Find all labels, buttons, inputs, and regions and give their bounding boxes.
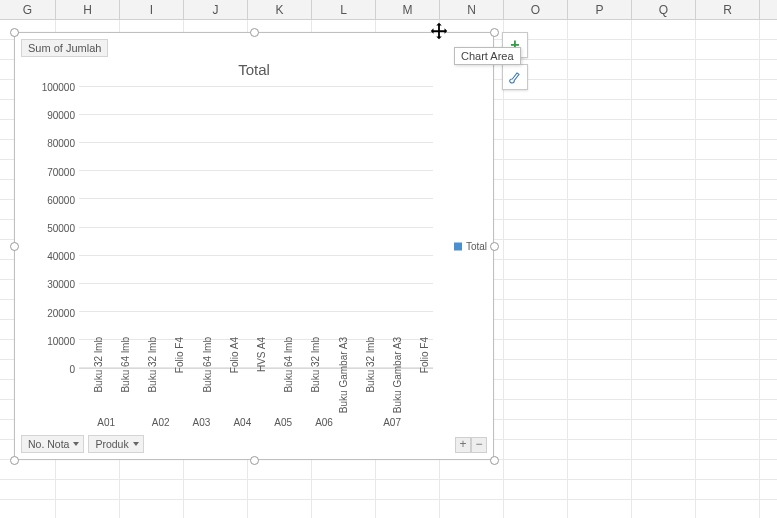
- cell[interactable]: [504, 100, 568, 119]
- cell[interactable]: [568, 340, 632, 359]
- filter-no-nota[interactable]: No. Nota: [21, 435, 84, 453]
- cell[interactable]: [696, 100, 760, 119]
- column-header[interactable]: L: [312, 0, 376, 19]
- cell[interactable]: [312, 500, 376, 518]
- cell[interactable]: [632, 40, 696, 59]
- cell[interactable]: [504, 420, 568, 439]
- cell[interactable]: [504, 400, 568, 419]
- cell[interactable]: [568, 500, 632, 518]
- cell[interactable]: [504, 200, 568, 219]
- values-field-badge[interactable]: Sum of Jumlah: [21, 39, 108, 57]
- chart-styles-button[interactable]: [502, 64, 528, 90]
- cell[interactable]: [184, 460, 248, 479]
- column-header[interactable]: H: [56, 0, 120, 19]
- cell[interactable]: [568, 80, 632, 99]
- cell[interactable]: [632, 300, 696, 319]
- cell[interactable]: [632, 100, 696, 119]
- resize-handle[interactable]: [10, 242, 19, 251]
- cell[interactable]: [312, 480, 376, 499]
- cell[interactable]: [568, 180, 632, 199]
- cell[interactable]: [696, 420, 760, 439]
- cell[interactable]: [696, 280, 760, 299]
- cell[interactable]: [56, 500, 120, 518]
- cell[interactable]: [696, 120, 760, 139]
- cell[interactable]: [632, 320, 696, 339]
- cell[interactable]: [632, 20, 696, 39]
- cell[interactable]: [696, 380, 760, 399]
- cell[interactable]: [0, 460, 56, 479]
- cell[interactable]: [0, 480, 56, 499]
- cell[interactable]: [504, 220, 568, 239]
- cell[interactable]: [632, 360, 696, 379]
- cell[interactable]: [504, 360, 568, 379]
- cell[interactable]: [568, 460, 632, 479]
- cell[interactable]: [632, 280, 696, 299]
- cell[interactable]: [696, 80, 760, 99]
- cell[interactable]: [696, 140, 760, 159]
- cell[interactable]: [568, 280, 632, 299]
- cell[interactable]: [312, 460, 376, 479]
- cell[interactable]: [120, 500, 184, 518]
- cell[interactable]: [504, 320, 568, 339]
- cell[interactable]: [696, 240, 760, 259]
- cell[interactable]: [120, 480, 184, 499]
- cell[interactable]: [440, 480, 504, 499]
- cell[interactable]: [504, 180, 568, 199]
- cell[interactable]: [504, 340, 568, 359]
- column-header[interactable]: Q: [632, 0, 696, 19]
- resize-handle[interactable]: [250, 456, 259, 465]
- cell[interactable]: [696, 180, 760, 199]
- cell[interactable]: [568, 60, 632, 79]
- cell[interactable]: [504, 460, 568, 479]
- cell[interactable]: [696, 480, 760, 499]
- cell[interactable]: [696, 360, 760, 379]
- cell[interactable]: [568, 440, 632, 459]
- cell[interactable]: [568, 220, 632, 239]
- resize-handle[interactable]: [10, 28, 19, 37]
- cell[interactable]: [696, 460, 760, 479]
- cell[interactable]: [504, 260, 568, 279]
- resize-handle[interactable]: [490, 242, 499, 251]
- cell[interactable]: [632, 80, 696, 99]
- cell[interactable]: [504, 500, 568, 518]
- cell[interactable]: [120, 460, 184, 479]
- cell[interactable]: [568, 120, 632, 139]
- cell[interactable]: [632, 440, 696, 459]
- cell[interactable]: [504, 440, 568, 459]
- column-header[interactable]: P: [568, 0, 632, 19]
- cell[interactable]: [696, 40, 760, 59]
- cell[interactable]: [0, 500, 56, 518]
- collapse-button[interactable]: −: [471, 437, 487, 453]
- expand-button[interactable]: +: [455, 437, 471, 453]
- cell[interactable]: [632, 60, 696, 79]
- cell[interactable]: [696, 20, 760, 39]
- cell[interactable]: [568, 480, 632, 499]
- column-header[interactable]: K: [248, 0, 312, 19]
- column-header[interactable]: M: [376, 0, 440, 19]
- cell[interactable]: [632, 160, 696, 179]
- cell[interactable]: [56, 460, 120, 479]
- cell[interactable]: [696, 340, 760, 359]
- cell[interactable]: [632, 260, 696, 279]
- cell[interactable]: [632, 380, 696, 399]
- cell[interactable]: [568, 20, 632, 39]
- cell[interactable]: [696, 320, 760, 339]
- legend[interactable]: Total: [454, 241, 487, 252]
- cell[interactable]: [248, 480, 312, 499]
- cell[interactable]: [632, 240, 696, 259]
- cell[interactable]: [376, 480, 440, 499]
- cell[interactable]: [568, 100, 632, 119]
- cell[interactable]: [568, 200, 632, 219]
- resize-handle[interactable]: [490, 28, 499, 37]
- cell[interactable]: [568, 240, 632, 259]
- cell[interactable]: [504, 300, 568, 319]
- resize-handle[interactable]: [250, 28, 259, 37]
- cell[interactable]: [504, 480, 568, 499]
- cell[interactable]: [568, 40, 632, 59]
- cell[interactable]: [504, 280, 568, 299]
- cell[interactable]: [632, 340, 696, 359]
- cell[interactable]: [568, 300, 632, 319]
- resize-handle[interactable]: [10, 456, 19, 465]
- resize-handle[interactable]: [490, 456, 499, 465]
- plot-area[interactable]: 0100002000030000400005000060000700008000…: [35, 87, 433, 369]
